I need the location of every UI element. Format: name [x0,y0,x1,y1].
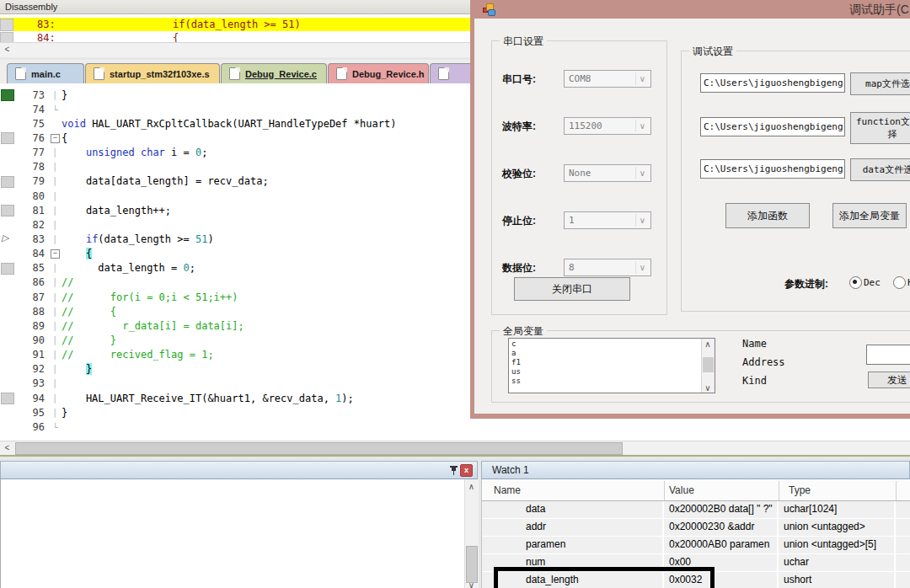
fold-column[interactable]: │ [49,221,62,229]
fold-column[interactable]: │ [49,409,62,417]
breakpoint-gutter[interactable] [0,391,14,405]
scroll-up-icon[interactable]: ∧ [702,339,714,349]
code-text[interactable]: HAL_UART_Receive_IT(&huart1, &recv_data,… [62,393,354,404]
serial-combo-1[interactable]: 115200∨ [564,117,651,135]
list-item[interactable]: us [511,367,521,377]
globals-listbox[interactable]: caf1usss ∧ ∨ [508,338,715,393]
watch-type-cell[interactable]: uchar [779,554,894,571]
watch-type-cell[interactable]: union <untagged> [779,519,894,536]
code-text[interactable]: data[data_length] = recv_data; [62,175,269,187]
watch-type-cell[interactable]: uchar[1024] [779,501,894,518]
tab-Debug_Revice.c[interactable]: Debug_Revice.c [221,63,327,83]
file-path-field-2[interactable]: C:\Users\jiguoshengbigeng' [700,159,845,179]
serial-combo-2[interactable]: None∨ [564,164,651,182]
add-function-button[interactable]: 添加函数 [725,203,810,228]
code-text[interactable]: } [62,407,67,419]
fold-collapse-icon[interactable]: − [51,134,60,143]
code-text[interactable]: // for(i = 0;i < 51;i++) [62,291,238,303]
breakpoint-gutter[interactable] [0,203,14,217]
fold-column[interactable]: └ [49,105,62,114]
fold-column[interactable]: │ [49,264,62,272]
disassembly-gutter[interactable] [0,19,13,31]
breakpoint-gutter[interactable] [0,275,14,290]
tab-startup_stm32f103xe.s[interactable]: startup_stm32f103xe.s [85,63,220,83]
watch-name-cell[interactable]: data [482,501,662,518]
chevron-down-icon[interactable]: ∨ [635,261,649,274]
breakpoint-gutter[interactable] [0,377,14,391]
fold-column[interactable]: │ [49,177,62,185]
serial-combo-0[interactable]: COM8∨ [564,70,651,88]
file-select-button-1[interactable]: function文件选择 [850,112,910,144]
tab-main.c[interactable]: main.c [7,63,84,83]
code-text[interactable]: // r_data[i] = data[i]; [62,320,244,332]
watch-value-cell[interactable]: 0x20000230 &addr [664,519,777,536]
close-icon[interactable]: x [460,464,473,477]
table-row[interactable]: +paramen0x20000AB0 paramenunion <untagge… [482,537,910,554]
code-text[interactable]: unsigned char i = 0; [62,147,207,158]
breakpoint-gutter[interactable] [0,261,14,275]
watch-name-cell[interactable]: addr [482,519,662,536]
breakpoint-gutter[interactable] [0,146,14,160]
list-item[interactable]: f1 [511,358,521,367]
code-text[interactable]: void HAL_UART_RxCpltCallback(UART_Handle… [62,118,396,130]
watch-type-cell[interactable]: union <untagged>[5] [779,537,894,553]
breakpoint-gutter[interactable]: ▷ [0,232,14,246]
file-select-button-2[interactable]: data文件选择 [850,158,910,181]
breakpoint-gutter[interactable] [0,405,14,420]
code-text[interactable]: { [62,248,92,259]
breakpoint-gutter[interactable] [0,290,14,304]
fold-column[interactable]: │ [49,91,62,99]
chevron-down-icon[interactable]: ∨ [635,120,649,132]
bottom-left-vscroll-thumb[interactable] [466,546,478,583]
send-button[interactable]: 发送 [868,372,910,388]
listbox-vscrollbar[interactable]: ∧ ∨ [701,339,715,393]
fold-column[interactable]: │ [49,394,62,403]
table-row[interactable]: +addr0x20000230 &addrunion <untagged> [482,519,910,537]
disassembly-gutter[interactable] [0,32,13,42]
code-text[interactable]: { [62,132,67,144]
debug-assistant-titlebar[interactable]: 调试助手(C [470,0,910,19]
fold-collapse-icon[interactable]: − [51,249,60,259]
breakpoint-gutter[interactable] [0,116,14,131]
breakpoint-gutter[interactable] [0,318,14,333]
file-select-button-0[interactable]: map文件选择 [850,72,910,95]
fold-column[interactable]: │ [49,206,62,215]
table-row[interactable]: +data0x200002B0 data[] " ?"uchar[1024] [482,501,910,519]
breakpoint-gutter[interactable] [0,362,14,377]
add-global-button[interactable]: 添加全局变量 [832,203,907,228]
breakpoint-gutter[interactable] [0,247,14,261]
fold-column[interactable]: │ [49,192,62,200]
code-text[interactable]: // } [62,334,116,346]
breakpoint-gutter[interactable] [0,131,14,145]
radio-hex[interactable] [893,276,906,289]
watch-type-cell[interactable]: ushort [779,572,894,588]
fold-column[interactable]: │ [49,163,62,171]
breakpoint-gutter[interactable] [0,217,14,232]
code-text[interactable]: // { [62,306,116,318]
fold-column[interactable]: │ [49,365,62,373]
file-path-field-0[interactable]: C:\Users\jiguoshengbigeng' [700,73,845,93]
watch-value-cell[interactable]: 0x20000AB0 paramen [664,537,777,553]
breakpoint-gutter[interactable] [0,304,14,318]
breakpoint-gutter[interactable] [0,174,14,189]
watch-col-name[interactable]: Name [494,484,521,496]
list-item[interactable]: a [511,349,521,358]
code-text[interactable]: data_length++; [62,205,171,216]
fold-column[interactable]: │ [49,278,62,286]
code-text[interactable]: // recived_flag = 1; [62,349,214,361]
serial-combo-4[interactable]: 8∨ [564,259,651,276]
code-text[interactable]: // [62,276,73,288]
listbox-thumb[interactable] [703,357,714,372]
editor-hscroll-thumb[interactable] [15,442,623,455]
fold-column[interactable]: − [49,133,62,143]
code-text[interactable]: } [62,363,92,375]
code-text[interactable]: data_length = 0; [62,262,195,274]
file-path-field-1[interactable]: C:\Users\jiguoshengbigeng [700,117,845,136]
scroll-left-icon[interactable]: < [1,44,13,56]
list-item[interactable]: ss [511,377,521,386]
scroll-left-icon[interactable]: < [1,442,13,454]
global-value-input[interactable] [866,345,910,365]
chevron-down-icon[interactable]: ∨ [635,167,649,179]
radio-dec[interactable] [849,276,862,289]
fold-column[interactable]: │ [49,322,62,330]
